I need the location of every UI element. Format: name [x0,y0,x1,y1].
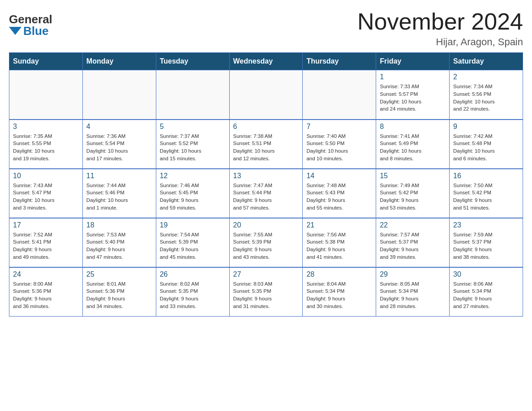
day-number: 9 [453,123,519,131]
calendar-cell: 21Sunrise: 7:56 AMSunset: 5:38 PMDayligh… [303,218,376,267]
month-year-title: November 2024 [357,9,523,34]
calendar-week-row: 24Sunrise: 8:00 AMSunset: 5:36 PMDayligh… [9,267,523,317]
day-number: 27 [233,270,299,278]
day-info: Sunrise: 7:42 AMSunset: 5:48 PMDaylight:… [453,133,519,163]
day-number: 20 [233,221,299,229]
calendar-cell: 4Sunrise: 7:36 AMSunset: 5:54 PMDaylight… [82,120,156,169]
weekday-header-monday: Monday [82,53,156,70]
day-number: 30 [453,270,519,278]
calendar-cell: 25Sunrise: 8:01 AMSunset: 5:36 PMDayligh… [82,267,156,317]
day-info: Sunrise: 7:59 AMSunset: 5:37 PMDaylight:… [453,231,519,261]
day-number: 25 [86,270,152,278]
weekday-header-friday: Friday [376,53,450,70]
logo: General Blue [9,9,52,37]
day-number: 3 [13,123,79,131]
calendar-cell: 10Sunrise: 7:43 AMSunset: 5:47 PMDayligh… [9,169,83,218]
day-info: Sunrise: 7:35 AMSunset: 5:55 PMDaylight:… [13,133,79,163]
day-number: 16 [453,172,519,180]
day-number: 4 [86,123,152,131]
day-info: Sunrise: 8:04 AMSunset: 5:34 PMDaylight:… [306,280,372,310]
day-info: Sunrise: 7:43 AMSunset: 5:47 PMDaylight:… [13,182,79,212]
day-number: 21 [306,221,372,229]
day-info: Sunrise: 7:49 AMSunset: 5:42 PMDaylight:… [380,182,446,212]
day-info: Sunrise: 7:46 AMSunset: 5:45 PMDaylight:… [160,182,226,212]
calendar-cell: 18Sunrise: 7:53 AMSunset: 5:40 PMDayligh… [82,218,156,267]
calendar-cell: 16Sunrise: 7:50 AMSunset: 5:42 PMDayligh… [450,169,523,218]
day-number: 15 [380,172,446,180]
day-number: 17 [13,221,79,229]
title-block: November 2024 Hijar, Aragon, Spain [357,9,523,48]
day-info: Sunrise: 7:47 AMSunset: 5:44 PMDaylight:… [233,182,299,212]
calendar-cell: 19Sunrise: 7:54 AMSunset: 5:39 PMDayligh… [156,218,229,267]
day-number: 29 [380,270,446,278]
calendar-cell: 11Sunrise: 7:44 AMSunset: 5:46 PMDayligh… [82,169,156,218]
day-info: Sunrise: 8:01 AMSunset: 5:36 PMDaylight:… [86,280,152,310]
calendar-week-row: 1Sunrise: 7:33 AMSunset: 5:57 PMDaylight… [9,70,523,120]
day-info: Sunrise: 7:53 AMSunset: 5:40 PMDaylight:… [86,231,152,261]
calendar-cell: 20Sunrise: 7:55 AMSunset: 5:39 PMDayligh… [229,218,303,267]
calendar-cell [9,70,83,120]
calendar-cell: 7Sunrise: 7:40 AMSunset: 5:50 PMDaylight… [303,120,376,169]
day-info: Sunrise: 7:54 AMSunset: 5:39 PMDaylight:… [160,231,226,261]
calendar-cell: 2Sunrise: 7:34 AMSunset: 5:56 PMDaylight… [450,70,523,120]
day-number: 18 [86,221,152,229]
calendar-cell: 5Sunrise: 7:37 AMSunset: 5:52 PMDaylight… [156,120,229,169]
day-number: 13 [233,172,299,180]
logo-blue-text: Blue [9,25,48,37]
day-number: 10 [13,172,79,180]
day-info: Sunrise: 7:56 AMSunset: 5:38 PMDaylight:… [306,231,372,261]
calendar-cell: 17Sunrise: 7:52 AMSunset: 5:41 PMDayligh… [9,218,83,267]
day-number: 6 [233,123,299,131]
day-info: Sunrise: 7:33 AMSunset: 5:57 PMDaylight:… [380,83,446,113]
weekday-header-wednesday: Wednesday [229,53,303,70]
calendar-cell: 28Sunrise: 8:04 AMSunset: 5:34 PMDayligh… [303,267,376,317]
day-info: Sunrise: 7:37 AMSunset: 5:52 PMDaylight:… [160,133,226,163]
day-info: Sunrise: 7:40 AMSunset: 5:50 PMDaylight:… [306,133,372,163]
weekday-header-tuesday: Tuesday [156,53,229,70]
location-subtitle: Hijar, Aragon, Spain [357,36,523,48]
calendar-cell: 1Sunrise: 7:33 AMSunset: 5:57 PMDaylight… [376,70,450,120]
day-info: Sunrise: 8:03 AMSunset: 5:35 PMDaylight:… [233,280,299,310]
logo-triangle-icon [9,27,21,35]
day-info: Sunrise: 7:41 AMSunset: 5:49 PMDaylight:… [380,133,446,163]
calendar-cell [229,70,303,120]
day-number: 8 [380,123,446,131]
calendar-table: SundayMondayTuesdayWednesdayThursdayFrid… [9,52,523,317]
weekday-header-sunday: Sunday [9,53,83,70]
calendar-cell: 8Sunrise: 7:41 AMSunset: 5:49 PMDaylight… [376,120,450,169]
day-info: Sunrise: 8:00 AMSunset: 5:36 PMDaylight:… [13,280,79,310]
day-number: 2 [453,73,519,81]
calendar-cell: 22Sunrise: 7:57 AMSunset: 5:37 PMDayligh… [376,218,450,267]
day-number: 24 [13,270,79,278]
day-info: Sunrise: 7:38 AMSunset: 5:51 PMDaylight:… [233,133,299,163]
day-info: Sunrise: 7:52 AMSunset: 5:41 PMDaylight:… [13,231,79,261]
day-info: Sunrise: 7:55 AMSunset: 5:39 PMDaylight:… [233,231,299,261]
day-number: 19 [160,221,226,229]
day-number: 26 [160,270,226,278]
calendar-cell: 24Sunrise: 8:00 AMSunset: 5:36 PMDayligh… [9,267,83,317]
calendar-cell [303,70,376,120]
calendar-cell [156,70,229,120]
calendar-week-row: 17Sunrise: 7:52 AMSunset: 5:41 PMDayligh… [9,218,523,267]
page-header: General Blue November 2024 Hijar, Aragon… [9,9,523,48]
calendar-cell: 9Sunrise: 7:42 AMSunset: 5:48 PMDaylight… [450,120,523,169]
day-number: 11 [86,172,152,180]
calendar-cell: 6Sunrise: 7:38 AMSunset: 5:51 PMDaylight… [229,120,303,169]
day-info: Sunrise: 7:50 AMSunset: 5:42 PMDaylight:… [453,182,519,212]
weekday-header-row: SundayMondayTuesdayWednesdayThursdayFrid… [9,53,523,70]
day-number: 5 [160,123,226,131]
calendar-cell: 30Sunrise: 8:06 AMSunset: 5:34 PMDayligh… [450,267,523,317]
calendar-cell [82,70,156,120]
day-info: Sunrise: 7:57 AMSunset: 5:37 PMDaylight:… [380,231,446,261]
day-number: 7 [306,123,372,131]
weekday-header-saturday: Saturday [450,53,523,70]
day-info: Sunrise: 8:05 AMSunset: 5:34 PMDaylight:… [380,280,446,310]
logo-general-text: General [9,13,52,25]
day-info: Sunrise: 7:44 AMSunset: 5:46 PMDaylight:… [86,182,152,212]
calendar-week-row: 10Sunrise: 7:43 AMSunset: 5:47 PMDayligh… [9,169,523,218]
day-info: Sunrise: 8:06 AMSunset: 5:34 PMDaylight:… [453,280,519,310]
day-number: 12 [160,172,226,180]
calendar-cell: 27Sunrise: 8:03 AMSunset: 5:35 PMDayligh… [229,267,303,317]
calendar-cell: 12Sunrise: 7:46 AMSunset: 5:45 PMDayligh… [156,169,229,218]
day-number: 28 [306,270,372,278]
